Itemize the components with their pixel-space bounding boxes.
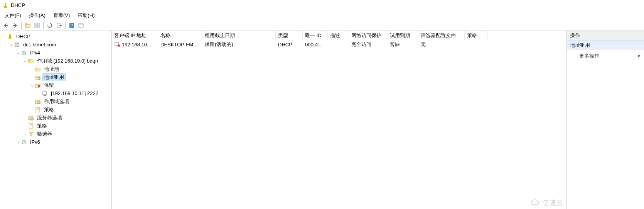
reservations-icon xyxy=(35,82,41,88)
toolbar-separator xyxy=(65,22,66,29)
tree-leases[interactable]: ▾ 地址租用 xyxy=(0,73,111,81)
forward-button[interactable] xyxy=(11,21,19,30)
help-icon: ? xyxy=(69,22,75,29)
menu-bar: 文件(F) 操作(A) 查看(V) 帮助(H) xyxy=(0,11,644,20)
toolbar-separator xyxy=(21,22,22,29)
tree-server-options[interactable]: ▾ 服务器选项 xyxy=(0,114,111,122)
menu-file[interactable]: 文件(F) xyxy=(1,11,25,20)
tree-reservation-item[interactable]: ▾ [192.168.10.11] 2222 xyxy=(0,89,111,97)
up-button[interactable] xyxy=(24,21,32,30)
col-client-ip[interactable]: 客户端 IP 地址 xyxy=(112,31,158,40)
policies-icon xyxy=(35,107,41,113)
svg-rect-22 xyxy=(35,68,40,71)
watermark-text: 亿速云 xyxy=(543,198,563,207)
col-description[interactable]: 描述 xyxy=(328,31,349,40)
forward-arrow-icon xyxy=(12,22,18,29)
lease-list: 客户端 IP 地址 名称 租用截止日期 类型 唯一 ID 描述 网络访问保护 试… xyxy=(112,31,567,209)
scope-tree[interactable]: ▾ DHCP ⌄ dc1.benet.com ⌄ IPv4 ⌄ 作用域 [192… xyxy=(0,31,112,209)
tree-scope-policies[interactable]: ▾ 策略 xyxy=(0,105,111,114)
tree-filters[interactable]: › 筛选器 xyxy=(0,130,111,138)
tree-label: [192.168.10.11] 2222 xyxy=(51,90,98,96)
svg-rect-4 xyxy=(25,24,27,25)
properties-icon xyxy=(34,22,40,29)
tree-address-pool[interactable]: ▾ 地址池 xyxy=(0,65,111,73)
refresh-button[interactable] xyxy=(46,21,54,30)
svg-rect-17 xyxy=(15,43,19,44)
actions-more[interactable]: 更多操作 ▸ xyxy=(567,50,644,62)
actions-header: 操作 xyxy=(567,31,644,40)
ipv4-icon xyxy=(21,50,27,56)
col-filter-profile[interactable]: 筛选器配置文件 xyxy=(418,31,465,40)
tree-label: 作用域选项 xyxy=(44,99,69,104)
cell-filter-profile: 无 xyxy=(421,41,426,48)
svg-point-41 xyxy=(22,140,26,144)
tree-label: 地址池 xyxy=(44,66,59,72)
tree-scope[interactable]: ⌄ 作用域 [192.168.10.0] bdqn xyxy=(0,57,111,65)
dhcp-app-icon xyxy=(2,2,8,8)
window-title: DHCP xyxy=(11,2,25,8)
cell-lease-expiry: 保留(活动的) xyxy=(205,41,233,48)
properties-button[interactable] xyxy=(33,21,41,30)
scope-options-icon xyxy=(35,99,41,105)
refresh-icon xyxy=(47,22,53,29)
svg-point-15 xyxy=(8,37,12,39)
tree-ipv4[interactable]: ⌄ IPv4 xyxy=(0,49,111,57)
reservation-item-icon xyxy=(42,90,48,97)
toggle-pane-button[interactable] xyxy=(77,21,85,30)
svg-point-19 xyxy=(23,52,24,53)
svg-rect-13 xyxy=(79,24,83,25)
folder-up-icon xyxy=(25,22,31,29)
tree-label: 作用域 [192.168.10.0] bdqn xyxy=(37,58,98,64)
watermark: 亿速云 xyxy=(530,198,563,207)
list-row[interactable]: 192.168.10.... DESKTOP-FM... 保留(活动的) DHC… xyxy=(112,40,566,49)
tree-label: 筛选器 xyxy=(37,131,52,137)
col-lease-expiry[interactable]: 租用截止日期 xyxy=(202,31,276,40)
workspace: ▾ DHCP ⌄ dc1.benet.com ⌄ IPv4 ⌄ 作用域 [192… xyxy=(0,31,644,209)
col-policy[interactable]: 策略 xyxy=(465,31,488,40)
col-name[interactable]: 名称 xyxy=(158,31,202,40)
tree-label: 服务器选项 xyxy=(37,115,62,121)
svg-rect-2 xyxy=(5,3,6,3)
tree-root-dhcp[interactable]: ▾ DHCP xyxy=(0,32,111,41)
menu-action[interactable]: 操作(A) xyxy=(25,11,49,20)
help-button[interactable]: ? xyxy=(67,21,76,30)
svg-text:?: ? xyxy=(71,23,73,28)
col-unique-id[interactable]: 唯一 ID xyxy=(303,31,328,40)
tree-ipv6[interactable]: › IPv6 xyxy=(0,138,111,146)
export-button[interactable] xyxy=(55,21,63,30)
tree-reservations[interactable]: ⌄ 保留 xyxy=(0,81,111,89)
col-nap[interactable]: 网络访问保护 xyxy=(349,31,388,40)
title-bar: DHCP xyxy=(0,0,644,11)
back-button[interactable] xyxy=(2,21,10,30)
col-type[interactable]: 类型 xyxy=(276,31,303,40)
tree-label: 保留 xyxy=(44,82,54,88)
ipv6-icon xyxy=(21,139,27,145)
tree-label: 地址租用 xyxy=(44,74,64,80)
server-icon xyxy=(14,42,20,48)
menu-view[interactable]: 查看(V) xyxy=(49,11,74,20)
svg-rect-30 xyxy=(44,95,46,96)
cell-client-ip: 192.168.10.... xyxy=(122,42,153,48)
svg-point-18 xyxy=(22,51,26,55)
cell-name: DESKTOP-FM... xyxy=(160,42,197,48)
tree-label: DHCP xyxy=(16,34,30,39)
toolbar: ? xyxy=(0,20,644,31)
filters-icon xyxy=(28,131,34,137)
col-probation[interactable]: 试用到期 xyxy=(388,31,418,40)
tree-server[interactable]: ⌄ dc1.benet.com xyxy=(0,41,111,49)
server-options-icon xyxy=(28,115,34,121)
svg-rect-0 xyxy=(5,3,6,6)
tree-server-policies[interactable]: ▾ 策略 xyxy=(0,122,111,130)
tree-label: 策略 xyxy=(37,123,47,129)
menu-help[interactable]: 帮助(H) xyxy=(74,11,98,20)
export-list-icon xyxy=(56,22,62,29)
svg-rect-14 xyxy=(9,34,11,37)
svg-rect-21 xyxy=(29,59,30,60)
back-arrow-icon xyxy=(3,22,9,29)
policies-icon xyxy=(28,123,34,129)
tree-scope-options[interactable]: ▾ 作用域选项 xyxy=(0,97,111,105)
svg-point-1 xyxy=(3,6,7,8)
chevron-right-icon: ▸ xyxy=(638,53,641,58)
tree-label: dc1.benet.com xyxy=(23,42,56,48)
svg-point-44 xyxy=(118,44,120,47)
